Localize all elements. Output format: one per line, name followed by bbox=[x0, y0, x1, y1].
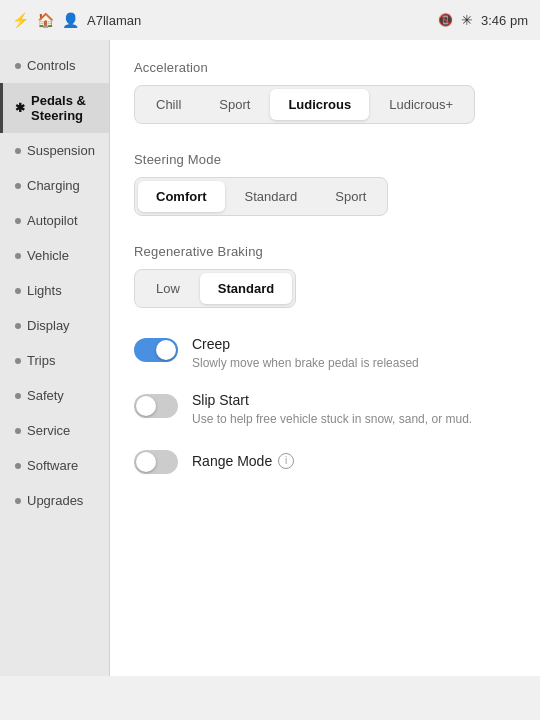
status-bar-left: ⚡ 🏠 👤 A7llaman bbox=[12, 12, 141, 28]
sidebar-label-charging: Charging bbox=[27, 178, 80, 193]
braking-low-btn[interactable]: Low bbox=[138, 273, 198, 304]
braking-standard-btn[interactable]: Standard bbox=[200, 273, 292, 304]
slip-start-toggle-knob bbox=[136, 396, 156, 416]
regenerative-braking-title: Regenerative Braking bbox=[134, 244, 516, 259]
status-bar-right: 📵 ✳ 3:46 pm bbox=[438, 12, 528, 28]
sidebar-item-trips[interactable]: Trips bbox=[0, 343, 109, 378]
status-bar: ⚡ 🏠 👤 A7llaman 📵 ✳ 3:46 pm bbox=[0, 0, 540, 40]
acceleration-btn-group: Chill Sport Ludicrous Ludicrous+ bbox=[134, 85, 475, 124]
sidebar-label-suspension: Suspension bbox=[27, 143, 95, 158]
braking-btn-group: Low Standard bbox=[134, 269, 296, 308]
acceleration-ludicrous-btn[interactable]: Ludicrous bbox=[270, 89, 369, 120]
creep-title: Creep bbox=[192, 336, 516, 352]
sidebar-label-vehicle: Vehicle bbox=[27, 248, 69, 263]
range-mode-row: Range Mode i bbox=[134, 448, 516, 474]
steering-mode-title: Steering Mode bbox=[134, 152, 516, 167]
sidebar-item-suspension[interactable]: Suspension bbox=[0, 133, 109, 168]
creep-toggle-knob bbox=[156, 340, 176, 360]
home-icon: 🏠 bbox=[37, 12, 54, 28]
steering-standard-btn[interactable]: Standard bbox=[227, 181, 316, 212]
sidebar-label-safety: Safety bbox=[27, 388, 64, 403]
person-icon: 👤 bbox=[62, 12, 79, 28]
range-mode-info-icon[interactable]: i bbox=[278, 453, 294, 469]
creep-description: Slowly move when brake pedal is released bbox=[192, 355, 516, 372]
slip-start-toggle[interactable] bbox=[134, 394, 178, 418]
acceleration-title: Acceleration bbox=[134, 60, 516, 75]
sidebar-item-upgrades[interactable]: Upgrades bbox=[0, 483, 109, 518]
steering-mode-section: Steering Mode Comfort Standard Sport bbox=[134, 152, 516, 216]
sidebar-label-service: Service bbox=[27, 423, 70, 438]
sidebar: Controls ✱ Pedals & Steering Suspension … bbox=[0, 40, 110, 676]
steering-sport-btn[interactable]: Sport bbox=[317, 181, 384, 212]
range-mode-toggle[interactable] bbox=[134, 450, 178, 474]
active-indicator: ✱ bbox=[15, 101, 25, 115]
range-mode-text: Range Mode bbox=[192, 453, 272, 469]
creep-label: Creep Slowly move when brake pedal is re… bbox=[192, 336, 516, 372]
sidebar-item-software[interactable]: Software bbox=[0, 448, 109, 483]
acceleration-sport-btn[interactable]: Sport bbox=[201, 89, 268, 120]
content-panel: Acceleration Chill Sport Ludicrous Ludic… bbox=[110, 40, 540, 676]
sidebar-item-charging[interactable]: Charging bbox=[0, 168, 109, 203]
creep-toggle[interactable] bbox=[134, 338, 178, 362]
regenerative-braking-section: Regenerative Braking Low Standard bbox=[134, 244, 516, 308]
sidebar-item-lights[interactable]: Lights bbox=[0, 273, 109, 308]
signal-icon: 📵 bbox=[438, 13, 453, 27]
sidebar-label-autopilot: Autopilot bbox=[27, 213, 78, 228]
sidebar-item-autopilot[interactable]: Autopilot bbox=[0, 203, 109, 238]
sidebar-label-software: Software bbox=[27, 458, 78, 473]
range-mode-toggle-knob bbox=[136, 452, 156, 472]
sidebar-item-controls[interactable]: Controls bbox=[0, 48, 109, 83]
sidebar-label-lights: Lights bbox=[27, 283, 62, 298]
sidebar-label-controls: Controls bbox=[27, 58, 75, 73]
sidebar-label-trips: Trips bbox=[27, 353, 55, 368]
slip-start-label: Slip Start Use to help free vehicle stuc… bbox=[192, 392, 516, 428]
steering-comfort-btn[interactable]: Comfort bbox=[138, 181, 225, 212]
sidebar-label-upgrades: Upgrades bbox=[27, 493, 83, 508]
acceleration-ludicrous-plus-btn[interactable]: Ludicrous+ bbox=[371, 89, 471, 120]
sidebar-label-pedals-steering: Pedals & Steering bbox=[31, 93, 97, 123]
sidebar-item-display[interactable]: Display bbox=[0, 308, 109, 343]
slip-start-toggle-row: Slip Start Use to help free vehicle stuc… bbox=[134, 392, 516, 428]
main-layout: Controls ✱ Pedals & Steering Suspension … bbox=[0, 40, 540, 676]
range-mode-label: Range Mode i bbox=[192, 453, 294, 469]
steering-btn-group: Comfort Standard Sport bbox=[134, 177, 388, 216]
time-display: 3:46 pm bbox=[481, 13, 528, 28]
acceleration-section: Acceleration Chill Sport Ludicrous Ludic… bbox=[134, 60, 516, 124]
sidebar-item-service[interactable]: Service bbox=[0, 413, 109, 448]
slip-start-description: Use to help free vehicle stuck in snow, … bbox=[192, 411, 516, 428]
slip-start-title: Slip Start bbox=[192, 392, 516, 408]
lightning-icon: ⚡ bbox=[12, 12, 29, 28]
sidebar-label-display: Display bbox=[27, 318, 70, 333]
sidebar-item-vehicle[interactable]: Vehicle bbox=[0, 238, 109, 273]
username: A7llaman bbox=[87, 13, 141, 28]
bluetooth-icon: ✳ bbox=[461, 12, 473, 28]
creep-toggle-row: Creep Slowly move when brake pedal is re… bbox=[134, 336, 516, 372]
sidebar-item-pedals-steering[interactable]: ✱ Pedals & Steering bbox=[0, 83, 109, 133]
acceleration-chill-btn[interactable]: Chill bbox=[138, 89, 199, 120]
sidebar-item-safety[interactable]: Safety bbox=[0, 378, 109, 413]
